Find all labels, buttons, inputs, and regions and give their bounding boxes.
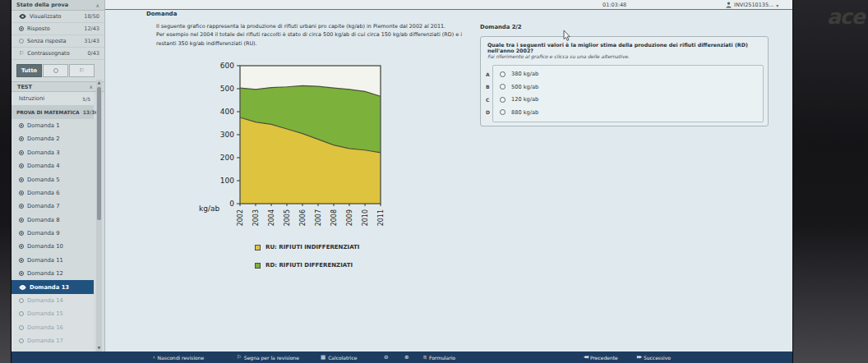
toolbar: ‹Nascondi revisione⚐Segna per la revisio…	[12, 352, 792, 363]
svg-text:kg/ab: kg/ab	[199, 204, 219, 213]
toolbar-successivo[interactable]: ▶▶Successivo	[637, 352, 671, 363]
status-count: 31/43	[84, 38, 99, 44]
option-radio[interactable]	[500, 97, 506, 103]
answered-icon	[19, 26, 24, 31]
filter-label: Tutto	[21, 67, 37, 74]
toolbar-formulario[interactable]: πFormulario	[423, 352, 455, 363]
sub-question-text: Quale tra i seguenti valori è la miglior…	[487, 42, 763, 53]
toolbar-zoom-in-icon[interactable]: ⊕	[404, 352, 409, 363]
sidebar-item-label: Domanda 11	[27, 257, 90, 264]
scroll-down-icon[interactable]: ▼	[96, 346, 102, 350]
status-count: 0/43	[87, 50, 99, 57]
filter-button-tutto[interactable]: Tutto	[16, 64, 42, 77]
answer-option-c[interactable]: C120 kg/ab	[493, 94, 763, 104]
waste-chart: 0100200300400500600200220032004200520062…	[197, 59, 388, 237]
instruction-text: Fai riferimento al grafico e clicca su u…	[487, 53, 630, 59]
scrollbar-thumb[interactable]	[97, 87, 101, 220]
option-label: 880 kg/ab	[511, 109, 538, 116]
answer-option-b[interactable]: B500 kg/ab	[493, 82, 763, 92]
filter-button-flag-icon[interactable]: ⚐	[69, 64, 95, 77]
svg-text:200: 200	[220, 154, 234, 162]
sidebar-scrollbar[interactable]: ▲ ▼	[96, 80, 102, 352]
status-label: Risposto	[27, 25, 81, 32]
svg-text:300: 300	[220, 131, 234, 139]
question-heading: Domanda	[146, 11, 177, 17]
sidebar-item-domanda-1[interactable]: Domanda 1	[12, 119, 94, 132]
sidebar-item-label: PROVA DI MATEMATICA	[16, 110, 80, 115]
legend-item: RD: RIFIUTI DIFFERENZIATI	[255, 262, 359, 269]
sidebar-item-domanda-9[interactable]: Domanda 9	[12, 227, 94, 240]
answered-icon	[19, 123, 24, 128]
option-label: 380 kg/ab	[511, 71, 538, 77]
svg-text:100: 100	[220, 177, 234, 185]
status-item-contrassegnato: ⚐Contrassegnato0/43	[12, 48, 104, 60]
toolbar-calcolatrice[interactable]: ▦Calcolatrice	[321, 352, 357, 363]
toolbar-label: Calcolatrice	[328, 355, 357, 361]
sidebar-item-domanda-7[interactable]: Domanda 7	[12, 200, 94, 213]
user-id-label: INVI2510135...	[734, 2, 773, 8]
status-label: Contrassegnato	[27, 50, 84, 57]
status-count: 12/43	[84, 25, 99, 32]
pi-icon: π	[423, 355, 427, 361]
sidebar-item-domanda-13[interactable]: Domanda 13	[12, 280, 94, 293]
legend-label: RD: RIFIUTI DIFFERENZIATI	[265, 262, 353, 269]
option-radio[interactable]	[500, 84, 506, 90]
sidebar-item-prova-di-matematica[interactable]: PROVA DI MATEMATICA13/36	[12, 105, 94, 118]
option-letter: D	[486, 109, 492, 115]
review-sidebar: Stato della prova ∧ Visualizzato18/50Ris…	[12, 0, 105, 352]
sub-question-title: Domanda 2/2	[480, 24, 522, 30]
svg-text:2011: 2011	[377, 209, 385, 226]
chart-legend: RU: RIFIUTI INDIFFERENZIATIRD: RIFIUTI D…	[255, 244, 359, 280]
eye-icon	[19, 14, 26, 19]
answer-option-d[interactable]: D880 kg/ab	[493, 108, 763, 117]
sidebar-item-domanda-15[interactable]: Domanda 15	[12, 307, 94, 320]
test-section-header[interactable]: TEST ∧	[12, 81, 104, 92]
sidebar-item-domanda-14[interactable]: Domanda 14	[12, 294, 94, 307]
svg-text:2004: 2004	[268, 209, 275, 226]
scroll-up-icon[interactable]: ▲	[96, 80, 102, 85]
status-list: Visualizzato18/50Risposto12/43Senza risp…	[12, 11, 104, 60]
filter-button-circle-icon[interactable]	[43, 64, 68, 77]
topbar	[105, 0, 792, 10]
svg-text:2008: 2008	[330, 209, 338, 226]
toolbar-label: Segna per la revisione	[244, 355, 299, 361]
sidebar-item-domanda-4[interactable]: Domanda 4	[12, 159, 94, 172]
legend-item: RU: RIFIUTI INDIFFERENZIATI	[255, 244, 359, 250]
toolbar-precedente[interactable]: ◀◀Precedente	[584, 352, 618, 363]
status-panel-header[interactable]: Stato della prova ∧	[12, 0, 104, 11]
flag-icon: ⚐	[79, 68, 84, 74]
session-timer: 01:03:48	[603, 2, 626, 8]
sidebar-item-domanda-8[interactable]: Domanda 8	[12, 214, 94, 227]
option-radio[interactable]	[500, 109, 506, 115]
circle-icon	[19, 298, 24, 303]
status-panel-title: Stato della prova	[16, 2, 68, 8]
sidebar-item-domanda-12[interactable]: Domanda 12	[12, 267, 94, 280]
answer-panel: Quale tra i seguenti valori è la miglior…	[480, 36, 769, 126]
sidebar-item-domanda-16[interactable]: Domanda 16	[12, 321, 94, 334]
sidebar-item-domanda-5[interactable]: Domanda 5	[12, 172, 94, 186]
toolbar-zoom-out-icon[interactable]: ⊖	[384, 352, 388, 363]
svg-text:500: 500	[220, 85, 234, 93]
sidebar-item-domanda-10[interactable]: Domanda 10	[12, 240, 94, 253]
zoom-out-icon: ⊖	[384, 355, 388, 361]
sidebar-item-domanda-6[interactable]: Domanda 6	[12, 186, 94, 200]
sidebar-item-label: Domanda 3	[27, 149, 90, 156]
option-radio[interactable]	[500, 71, 506, 77]
sidebar-item-label: Domanda 7	[27, 203, 90, 209]
flag-icon: ⚐	[19, 51, 24, 57]
status-item-senza-risposta: Senza risposta31/43	[12, 35, 104, 48]
sidebar-item-domanda-17[interactable]: Domanda 17	[12, 334, 94, 347]
sidebar-item-domanda-3[interactable]: Domanda 3	[12, 146, 94, 159]
toolbar-segna-per-la-revisione[interactable]: ⚐Segna per la revisione	[237, 352, 299, 363]
sidebar-item-domanda-11[interactable]: Domanda 11	[12, 254, 94, 267]
toolbar-nascondi-revisione[interactable]: ‹Nascondi revisione	[153, 352, 204, 363]
sidebar-item-domanda-2[interactable]: Domanda 2	[12, 132, 94, 145]
answered-icon	[19, 244, 24, 249]
sidebar-item-label: Domanda 15	[27, 310, 90, 317]
user-menu[interactable]: INVI2510135... ▾	[726, 1, 778, 9]
answered-icon	[19, 177, 24, 182]
answer-option-a[interactable]: A380 kg/ab	[493, 69, 763, 79]
double-chevron-right-icon: ▶▶	[637, 356, 641, 360]
sidebar-item-label: Domanda 17	[27, 338, 90, 344]
sidebar-item-istruzioni[interactable]: Istruzioni5/5	[12, 92, 94, 105]
